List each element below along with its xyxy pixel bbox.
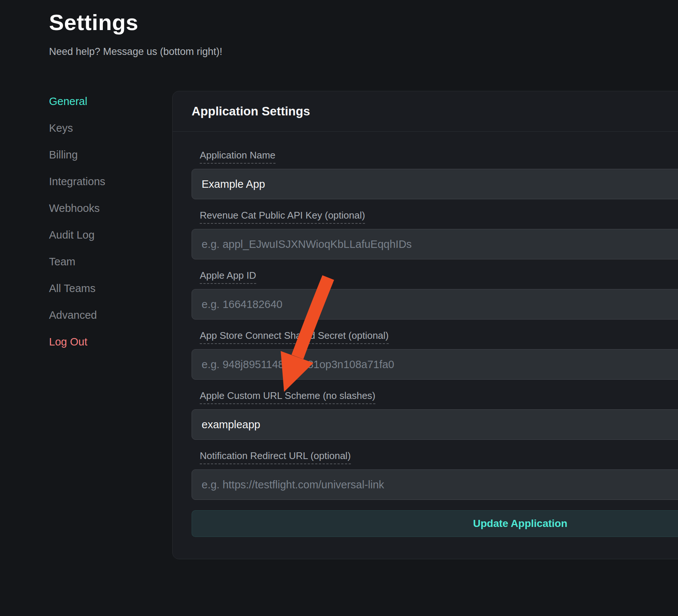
sidebar-item-team[interactable]: Team [49, 248, 160, 275]
sidebar-item-log-out[interactable]: Log Out [49, 328, 160, 355]
update-application-button[interactable]: Update Application [192, 510, 678, 537]
notification-redirect-url-input[interactable] [192, 469, 678, 500]
application-settings-panel: Application Settings Application Name Re… [172, 91, 678, 559]
revenuecat-api-key-label: Revenue Cat Public API Key (optional) [200, 210, 365, 224]
app-store-shared-secret-label: App Store Connect Shared Secret (optiona… [200, 330, 389, 344]
notification-redirect-url-label: Notification Redirect URL (optional) [200, 450, 351, 464]
page-subtitle: Need help? Message us (bottom right)! [49, 46, 222, 58]
apple-app-id-label: Apple App ID [200, 270, 256, 284]
apple-custom-url-scheme-input[interactable] [192, 409, 678, 440]
sidebar-item-keys[interactable]: Keys [49, 115, 160, 141]
page-title: Settings [49, 10, 138, 35]
panel-title: Application Settings [173, 91, 678, 132]
application-name-input[interactable] [192, 169, 678, 199]
sidebar-item-advanced[interactable]: Advanced [49, 302, 160, 328]
sidebar-item-general[interactable]: General [49, 88, 160, 115]
sidebar-item-billing[interactable]: Billing [49, 141, 160, 168]
application-settings-form: Application Name Revenue Cat Public API … [173, 132, 678, 537]
application-name-label: Application Name [200, 150, 276, 164]
apple-app-id-input[interactable] [192, 289, 678, 320]
sidebar-item-webhooks[interactable]: Webhooks [49, 195, 160, 222]
app-store-shared-secret-input[interactable] [192, 349, 678, 380]
sidebar-item-audit-log[interactable]: Audit Log [49, 222, 160, 248]
sidebar-item-integrations[interactable]: Integrations [49, 168, 160, 195]
revenuecat-api-key-input[interactable] [192, 229, 678, 259]
apple-custom-url-scheme-label: Apple Custom URL Scheme (no slashes) [200, 390, 375, 404]
sidebar-item-all-teams[interactable]: All Teams [49, 275, 160, 302]
settings-sidebar: General Keys Billing Integrations Webhoo… [49, 88, 160, 355]
